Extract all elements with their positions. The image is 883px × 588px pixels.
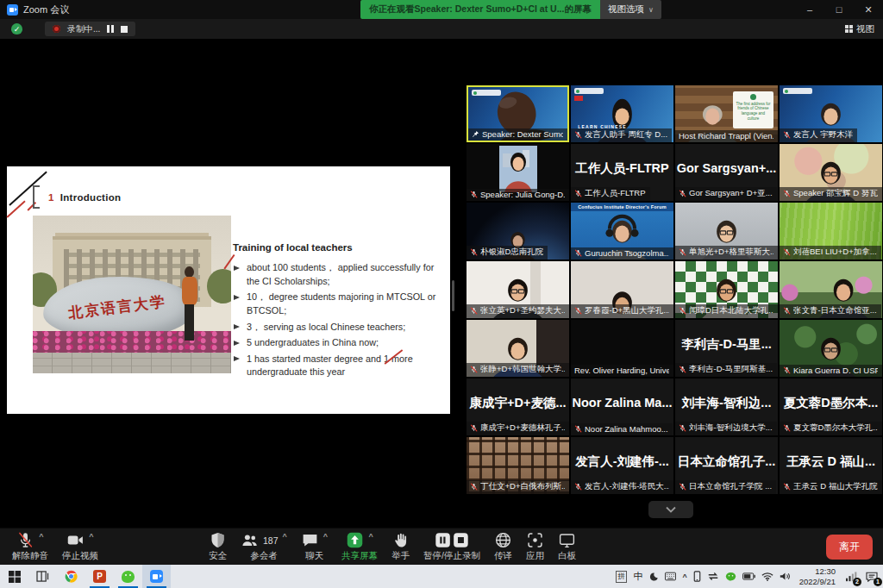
toolbar-apps-button[interactable]: 应用 bbox=[519, 529, 551, 565]
network-status-icon[interactable]: 2 bbox=[844, 570, 858, 584]
toolbar-share-button[interactable]: ^共享屏幕 bbox=[335, 529, 385, 565]
recording-indicator: 录制中... bbox=[45, 22, 135, 36]
participant-tile[interactable]: 单旭光+D+格里菲斯大... bbox=[675, 203, 778, 260]
participant-tile[interactable]: 闻璋D日本北陆大学孔.. bbox=[675, 261, 778, 318]
mic-muted-icon bbox=[783, 424, 791, 432]
hidden-icons-chevron[interactable]: ^ bbox=[682, 572, 686, 581]
toolbar-mute-button[interactable]: ^解除静音 bbox=[5, 529, 55, 565]
ime-pinyin-indicator[interactable]: 拼 bbox=[616, 571, 628, 583]
participant-tile[interactable]: The first address for friends of Chinese… bbox=[675, 85, 778, 142]
participant-tile[interactable]: 张立英+D+圣约瑟夫大... bbox=[467, 261, 569, 318]
taskbar-zoom[interactable] bbox=[142, 565, 171, 588]
sync-arrows-icon[interactable] bbox=[707, 572, 719, 581]
chevron-up-icon[interactable]: ^ bbox=[368, 532, 373, 541]
task-view-button[interactable] bbox=[28, 565, 57, 588]
phone-link-icon[interactable] bbox=[693, 571, 701, 582]
stone-calligraphy: 北京语言大学 bbox=[67, 292, 167, 324]
participant-display-name: 李利吉-D-马里... bbox=[675, 320, 778, 368]
toolbar-item-label: 白板 bbox=[558, 550, 576, 562]
chevron-up-icon[interactable]: ^ bbox=[89, 532, 93, 541]
participant-tile[interactable]: 日本立命馆孔子...日本立命馆孔子学院 ... bbox=[675, 437, 778, 494]
title-bar: Zoom 会议 你正在观看Speaker: Dexter Sumo+D+CI a… bbox=[0, 0, 883, 19]
participant-tile[interactable]: 发言人-刘建伟-...发言人-刘建伟-塔民大... bbox=[571, 437, 673, 494]
virtual-bg-logo bbox=[574, 88, 604, 94]
toolbar-item-label: 举手 bbox=[391, 550, 410, 562]
participant-name-text: Speaker 邵宝辉 D 努瓦.. bbox=[793, 188, 878, 199]
participant-tile[interactable]: 刘丰海-智利边...刘丰海-智利边境大学... bbox=[675, 378, 778, 435]
participant-tile[interactable]: 朴银淑D忠南孔院 bbox=[467, 203, 569, 260]
speaker-icon[interactable] bbox=[780, 572, 791, 581]
participant-name-text: Host Richard Trappl (Vien... bbox=[679, 131, 773, 141]
participant-tile[interactable]: 李利吉-D-马里...李利吉-D-马里阿斯基... bbox=[675, 320, 778, 377]
mic-muted-icon bbox=[783, 307, 791, 315]
window-controls: – □ ✕ bbox=[795, 0, 883, 19]
slide-scrollbar[interactable] bbox=[452, 280, 454, 311]
collapse-gallery-button[interactable] bbox=[648, 501, 693, 518]
mic-muted-icon bbox=[574, 307, 582, 315]
battery-icon[interactable] bbox=[742, 572, 755, 580]
toolbar-item-label: 聊天 bbox=[305, 550, 323, 562]
chevron-up-icon[interactable]: ^ bbox=[39, 532, 43, 541]
wechat-tray-icon[interactable] bbox=[725, 572, 736, 582]
participant-tile[interactable]: 康成宇+D+麦德...康成宇+D+麦德林孔子... bbox=[467, 378, 569, 435]
mic-muted-icon bbox=[574, 425, 582, 433]
toolbar-participants-button[interactable]: 187^参会者 bbox=[234, 529, 294, 565]
touch-keyboard-icon[interactable] bbox=[665, 572, 676, 581]
participant-name-text: 王承云 D 福山大学孔院 bbox=[793, 481, 878, 492]
participant-tile[interactable]: 罗春霞-D+黑山大学孔... bbox=[571, 261, 673, 318]
participant-tile[interactable]: 张文青-日本立命馆亚... bbox=[780, 261, 882, 318]
participant-tile[interactable]: 刘蓓BEI LIU+D+加拿... bbox=[780, 203, 882, 260]
participant-tile[interactable]: 张静+D+韩国世翰大学... bbox=[467, 320, 569, 377]
participant-tile[interactable]: Noor Zalina Ma...Noor Zalina Mahmoo... bbox=[571, 378, 673, 435]
meeting-security-shield-icon[interactable]: ✓ bbox=[11, 23, 22, 34]
maximize-button[interactable]: □ bbox=[824, 0, 854, 19]
participant-tile[interactable]: 丁仕文+D+白俄布列斯... bbox=[467, 437, 569, 494]
participant-tile[interactable]: Speaker 邵宝辉 D 努瓦.. bbox=[780, 144, 882, 201]
mic-muted-icon bbox=[470, 248, 478, 256]
minimize-button[interactable]: – bbox=[795, 0, 824, 19]
participant-tile[interactable]: Speaker: Dexter Sumo... bbox=[467, 85, 569, 142]
ime-language-indicator[interactable]: 中 bbox=[633, 570, 642, 583]
participant-tile[interactable]: Kiara Guerra D. CI USFQ bbox=[780, 320, 882, 377]
view-button[interactable]: 视图 bbox=[845, 23, 874, 35]
participant-tile[interactable]: LEARN CHINESE发言人助手 周红专 D... bbox=[571, 85, 673, 142]
participant-tile[interactable]: Gor Sargsyan+...Gor Sargsyan+ D+亚... bbox=[675, 144, 778, 201]
participant-tile[interactable]: 工作人员-FLTRP工作人员-FLTRP bbox=[571, 144, 673, 201]
recording-dot-icon bbox=[53, 25, 60, 33]
start-button[interactable] bbox=[0, 565, 28, 588]
participant-tile[interactable]: Confucius Institute Director's ForumGuru… bbox=[571, 203, 673, 260]
chevron-up-icon[interactable]: ^ bbox=[323, 532, 328, 541]
participant-tile[interactable]: 王承云 D 福山...王承云 D 福山大学孔院 bbox=[780, 437, 882, 494]
participant-tile[interactable]: Rev. Oliver Harding, Unive... bbox=[571, 320, 673, 377]
toolbar-record-button[interactable]: 暂停/停止录制 bbox=[416, 529, 487, 565]
pin-icon bbox=[472, 130, 479, 138]
chevron-up-icon[interactable]: ^ bbox=[283, 532, 287, 541]
toolbar-security-button[interactable]: 安全 bbox=[202, 529, 234, 565]
slide-bullets: about 100 students， applied successfully… bbox=[233, 261, 445, 379]
participant-tile[interactable]: Speaker: Julia Gong-D... bbox=[467, 144, 569, 201]
toolbar-interpretation-button[interactable]: 传译 bbox=[487, 529, 519, 565]
taskbar-wechat[interactable] bbox=[114, 565, 142, 588]
close-button[interactable]: ✕ bbox=[854, 0, 883, 19]
wifi-icon[interactable] bbox=[761, 572, 773, 581]
taskbar-chrome[interactable] bbox=[57, 565, 85, 588]
leave-meeting-button[interactable]: 离开 bbox=[826, 535, 873, 560]
participant-name-text: 发言人助手 周红专 D... bbox=[585, 129, 667, 141]
participant-name-label: 单旭光+D+格里菲斯大... bbox=[675, 246, 778, 260]
toolbar-chat-button[interactable]: ^聊天 bbox=[294, 529, 335, 565]
pause-recording-button[interactable] bbox=[107, 25, 114, 33]
participant-tile[interactable]: 夏文蓉D墨尔本...夏文蓉D墨尔本大学孔... bbox=[780, 378, 882, 435]
toolbar-hand-button[interactable]: 举手 bbox=[385, 529, 416, 565]
taskbar-powerpoint[interactable]: P bbox=[85, 565, 114, 588]
virtual-bg-banner-text: Confucius Institute Director's Forum bbox=[571, 203, 673, 211]
participant-tile[interactable]: 发言人 宇野木洋 bbox=[780, 85, 882, 142]
notification-center-icon[interactable]: 1 bbox=[864, 570, 879, 584]
toolbar-video-button[interactable]: ^停止视频 bbox=[55, 529, 105, 565]
taskbar-clock[interactable]: 12:302022/9/21 bbox=[799, 566, 836, 587]
ime-mode-moon-icon[interactable] bbox=[648, 572, 659, 582]
stop-recording-button[interactable] bbox=[121, 26, 128, 33]
participant-name-text: Kiara Guerra D. CI USFQ bbox=[793, 366, 878, 375]
mic-muted-icon bbox=[783, 190, 791, 197]
view-options-button[interactable]: 视图选项∨ bbox=[600, 0, 661, 19]
toolbar-whiteboard-button[interactable]: 白板 bbox=[551, 529, 583, 565]
